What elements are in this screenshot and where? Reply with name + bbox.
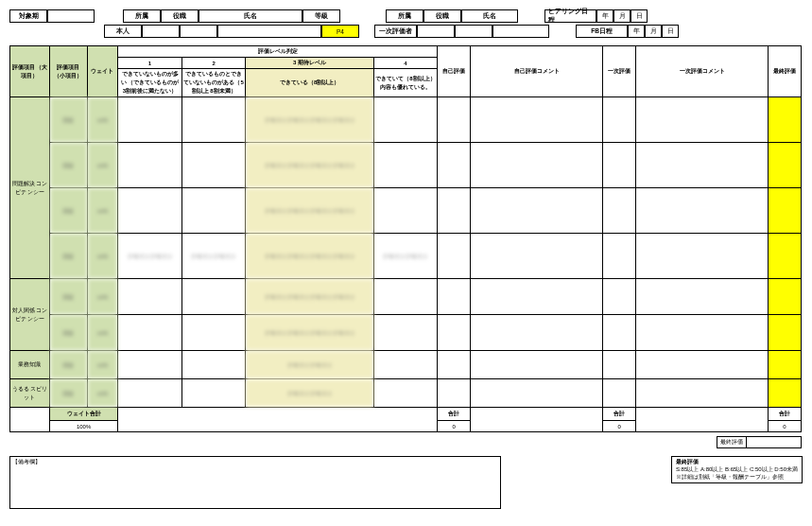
category-2: 対人関係 コンピテ ンシー: [10, 279, 50, 351]
header-row-1: 対象期 所属 役職 氏名 等級 所属 役職 氏名 ヒアリング日程 年 月 日: [9, 9, 803, 23]
self-comment-cell[interactable]: [471, 379, 603, 408]
level2-cell: [181, 351, 246, 379]
weight-cell: xx%: [87, 97, 118, 143]
category-3: 業務知識: [10, 351, 50, 379]
primary-title-value[interactable]: [455, 25, 492, 38]
self-label: 本人: [104, 25, 142, 38]
weight-cell: xx%: [87, 234, 118, 279]
primary-comment-cell[interactable]: [636, 351, 769, 379]
target-period-value[interactable]: [47, 9, 95, 23]
self-comment-cell[interactable]: [471, 279, 603, 315]
legend-line-2: ※詳細は別紙「等級・報酬テーブル」参照: [676, 474, 798, 482]
primary-eval-cell[interactable]: [603, 97, 636, 143]
col-level-judgement: 評価レベル判定: [118, 46, 438, 58]
self-comment-cell[interactable]: [471, 188, 603, 234]
primary-eval-cell[interactable]: [603, 315, 636, 351]
final-eval-label: 最終評価: [717, 437, 747, 447]
level4-cell: [373, 351, 438, 379]
minor-item-cell: 項目: [49, 143, 87, 188]
weight-total-label: ウェイト合計: [49, 408, 117, 421]
primary-eval-cell[interactable]: [603, 279, 636, 315]
primary-comment-cell[interactable]: [636, 97, 769, 143]
self-title-value[interactable]: [180, 25, 217, 38]
level1-cell: [118, 97, 182, 143]
primary-comment-cell[interactable]: [636, 234, 769, 279]
self-eval-cell[interactable]: [438, 315, 471, 351]
remarks-box[interactable]: 【備考欄】: [9, 456, 501, 509]
primary-eval-cell[interactable]: [603, 188, 636, 234]
final-eval-cell[interactable]: [768, 234, 801, 279]
self-comment-cell[interactable]: [471, 234, 603, 279]
final-eval-cell[interactable]: [768, 188, 801, 234]
dept-label-right: 所属: [386, 9, 423, 23]
level4-cell: [373, 279, 438, 315]
primary-comment-cell[interactable]: [636, 279, 769, 315]
hearing-date-label: ヒアリング日程: [544, 9, 596, 23]
remarks-label: 【備考欄】: [12, 459, 41, 465]
self-eval-cell[interactable]: [438, 379, 471, 408]
level1-cell: [118, 379, 182, 408]
self-eval-cell[interactable]: [438, 143, 471, 188]
day-label-1: 日: [631, 9, 648, 23]
col-primary-comment: 一次評価コメント: [636, 46, 769, 97]
self-name-value[interactable]: [217, 25, 321, 38]
self-eval-cell[interactable]: [438, 279, 471, 315]
col-weight: ウェイト: [87, 46, 118, 97]
self-eval-cell[interactable]: [438, 97, 471, 143]
level-1-header: 1: [118, 58, 182, 69]
col-major-item: 評価項目 （大項目）: [10, 46, 50, 97]
weight-cell: xx%: [87, 143, 118, 188]
self-comment-cell[interactable]: [471, 315, 603, 351]
primary-eval-cell[interactable]: [603, 234, 636, 279]
primary-comment-cell[interactable]: [636, 315, 769, 351]
title-label-left: 役職: [161, 9, 199, 23]
final-eval-cell[interactable]: [768, 143, 801, 188]
primary-comment-cell[interactable]: [636, 379, 769, 408]
self-eval-cell[interactable]: [438, 351, 471, 379]
primary-sum-value: 0: [603, 421, 636, 432]
level4-cell: [373, 315, 438, 351]
category-1: 問題解決 コンピテ ンシー: [10, 97, 50, 279]
primary-name-value[interactable]: [492, 25, 549, 38]
level2-cell: テキストテキスト: [181, 234, 246, 279]
level1-cell: [118, 315, 182, 351]
weight-cell: xx%: [87, 188, 118, 234]
self-comment-cell[interactable]: [471, 97, 603, 143]
final-eval-cell[interactable]: [768, 279, 801, 315]
month-label-2: 月: [645, 25, 662, 38]
level-2-header: 2: [181, 58, 246, 69]
final-eval-cell[interactable]: [768, 351, 801, 379]
legend-box: 最終評価 S:85以上 A:80以上 B:65以上 C:50以上 D:50未満 …: [671, 456, 803, 483]
self-sum-value: 0: [438, 421, 471, 432]
level3-cell: テキストテキスト: [246, 351, 373, 379]
primary-comment-cell[interactable]: [636, 143, 769, 188]
final-eval-cell[interactable]: [768, 379, 801, 408]
self-eval-cell[interactable]: [438, 188, 471, 234]
level2-cell: [181, 315, 246, 351]
col-minor-item: 評価項目 （小項目）: [49, 46, 87, 97]
primary-eval-cell[interactable]: [603, 379, 636, 408]
weight-cell: xx%: [87, 379, 118, 408]
primary-eval-cell[interactable]: [603, 143, 636, 188]
name-label-right: 氏名: [461, 9, 518, 23]
final-eval-value[interactable]: [747, 437, 801, 447]
minor-item-cell: 項目: [49, 188, 87, 234]
level2-cell: [181, 143, 246, 188]
level4-cell: [373, 143, 438, 188]
fb-date-label: FB日程: [576, 25, 628, 38]
year-label-1: 年: [596, 9, 613, 23]
final-eval-cell[interactable]: [768, 97, 801, 143]
self-eval-cell[interactable]: [438, 234, 471, 279]
self-dept-value[interactable]: [142, 25, 180, 38]
level-3-header: 3 期待レベル: [246, 58, 373, 69]
self-comment-cell[interactable]: [471, 351, 603, 379]
self-comment-cell[interactable]: [471, 143, 603, 188]
primary-comment-cell[interactable]: [636, 188, 769, 234]
minor-item-cell: 項目: [49, 97, 87, 143]
final-eval-cell[interactable]: [768, 315, 801, 351]
primary-dept-value[interactable]: [417, 25, 455, 38]
final-eval-box: 最終評価: [717, 436, 802, 448]
level1-cell: [118, 279, 182, 315]
primary-eval-cell[interactable]: [603, 351, 636, 379]
level1-cell: [118, 143, 182, 188]
